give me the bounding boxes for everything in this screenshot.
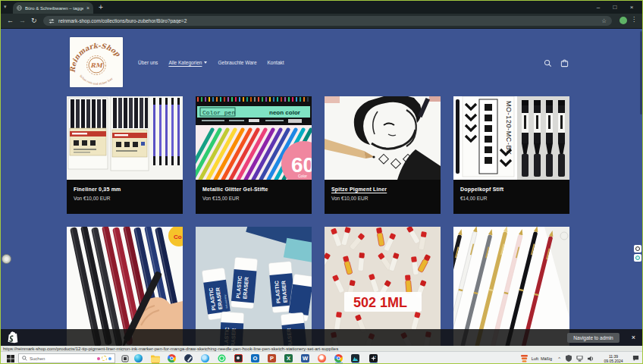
- svg-text:Co: Co: [174, 234, 182, 240]
- clock-date: 09.05.2024: [599, 359, 628, 363]
- shop-logo[interactable]: Reinmark-Shop RM Schau rein und stöber h…: [70, 37, 123, 87]
- tab-close-icon[interactable]: ×: [86, 5, 89, 11]
- taskbar-app-edge[interactable]: [133, 353, 143, 363]
- blue-browser-icon: [201, 354, 209, 362]
- product-title[interactable]: Spitze Pigment Liner: [331, 187, 434, 192]
- chrome-icon: [334, 354, 343, 362]
- product-image-doppelkopf[interactable]: MO-120-MC-BK: [453, 96, 569, 180]
- browser-titlebar: ▾ Büro & Schreibwaren – tagged × + – □ ×: [0, 0, 643, 14]
- taskbar-app-outlook[interactable]: O: [250, 353, 260, 363]
- product-title[interactable]: Fineliner 0,35 mm: [74, 187, 176, 192]
- taskbar-search-box[interactable]: [18, 353, 115, 363]
- edge-icon: [134, 354, 143, 362]
- product-caption: Metallic Glitter Gel-Stifte Von €15,00 E…: [196, 180, 312, 214]
- taskbar-app-excel[interactable]: X: [284, 353, 293, 363]
- extension-widget-2[interactable]: [634, 254, 641, 262]
- nav-alle-kategorien[interactable]: Alle Kategorien: [168, 60, 207, 65]
- taskbar-app-chrome[interactable]: [167, 353, 177, 363]
- search-input[interactable]: [30, 356, 75, 361]
- taskbar-app-powerpoint[interactable]: P: [267, 353, 277, 363]
- address-bar[interactable]: reinmark-shop.com/collections/buro-zubeh…: [43, 16, 612, 26]
- url-text[interactable]: reinmark-shop.com/collections/buro-zubeh…: [58, 18, 598, 24]
- site-settings-tune-icon[interactable]: [49, 18, 55, 24]
- air-quality-label[interactable]: Luft: Mäßig: [532, 356, 553, 361]
- new-tab-button[interactable]: +: [99, 2, 103, 12]
- product-price: Von €10,00 EUR: [331, 196, 434, 201]
- red-app-icon: [318, 354, 326, 362]
- reload-icon[interactable]: ↻: [31, 17, 37, 25]
- product-card-fineliner[interactable]: Fineliner 0,35 mm Von €10,00 EUR: [67, 96, 183, 214]
- search-icon[interactable]: [544, 59, 552, 67]
- window-close-button[interactable]: ×: [623, 4, 640, 11]
- window-minimize-button[interactable]: –: [590, 4, 607, 11]
- browser-menu-icon[interactable]: ⋮: [631, 16, 637, 23]
- tab-search-icon[interactable]: ▾: [4, 3, 7, 11]
- powerpoint-icon: P: [268, 354, 276, 362]
- nav-kontakt[interactable]: Kontakt: [268, 60, 284, 65]
- product-caption: Fineliner 0,35 mm Von €10,00 EUR: [67, 180, 183, 214]
- nav-gebrauchte-ware[interactable]: Gebrauchte Ware: [218, 60, 256, 65]
- svg-text:RM: RM: [90, 61, 103, 69]
- start-button[interactable]: [5, 353, 15, 363]
- screen: ▾ Büro & Schreibwaren – tagged × + – □ ×…: [0, 0, 643, 364]
- profile-avatar[interactable]: [619, 17, 627, 24]
- forward-icon[interactable]: →: [19, 17, 26, 25]
- taskbar-app-word[interactable]: W: [300, 353, 310, 363]
- admin-bar-close-icon[interactable]: ×: [632, 334, 635, 341]
- product-image-gel-stifte[interactable]: Color pen neon color 60 Color: [196, 96, 312, 180]
- product-image-pigment-liner[interactable]: [325, 96, 441, 180]
- taskbar-app-media[interactable]: [350, 353, 360, 363]
- taskbar-app-compass-browser[interactable]: [183, 353, 193, 363]
- cart-icon[interactable]: [560, 59, 569, 67]
- taskbar-app-chrome-2[interactable]: [334, 353, 343, 363]
- open-indicator: [352, 362, 359, 364]
- extension-widget-1[interactable]: [634, 245, 641, 253]
- outlook-icon: O: [251, 354, 259, 362]
- taskbar-app-snip-tool[interactable]: [234, 353, 243, 363]
- speaker-icon[interactable]: [588, 356, 594, 362]
- shopify-admin-bar: Navigate to admin ×: [0, 329, 643, 346]
- bookmark-star-icon[interactable]: ☆: [601, 17, 607, 24]
- taskbar-app-whatsapp[interactable]: [217, 353, 227, 363]
- taskbar: O P X W Luft: Mäßig ^: [0, 351, 643, 364]
- file-explorer-icon: [151, 355, 160, 362]
- product-card-doppelkopf[interactable]: MO-120-MC-BK Doppelkopf Stift €14,00 EUR: [453, 96, 569, 214]
- compass-icon: [184, 354, 193, 362]
- page-viewport: Reinmark-Shop RM Schau rein und stöber h…: [0, 28, 643, 351]
- product-card-gel-stifte[interactable]: Color pen neon color 60 Color: [196, 96, 312, 214]
- taskbar-app-explorer[interactable]: [150, 353, 160, 363]
- product-price: Von €10,00 EUR: [74, 196, 176, 201]
- product-image-fineliner[interactable]: [67, 96, 183, 180]
- product-caption: Doppelkopf Stift €14,00 EUR: [453, 180, 569, 214]
- shopify-logo-icon: [8, 331, 19, 344]
- search-icon: [22, 356, 27, 361]
- whatsapp-icon: [218, 354, 226, 362]
- product-title[interactable]: Metallic Glitter Gel-Stifte: [202, 187, 305, 192]
- air-quality-icon: [521, 355, 528, 362]
- open-indicator: [370, 362, 378, 364]
- window-maximize-button[interactable]: □: [607, 4, 623, 11]
- svg-text:Color pen: Color pen: [202, 109, 235, 116]
- product-title[interactable]: Doppelkopf Stift: [460, 187, 563, 192]
- taskbar-app-office-red[interactable]: [317, 353, 327, 363]
- browser-tab[interactable]: Büro & Schreibwaren – tagged ×: [13, 2, 93, 14]
- notification-center-icon[interactable]: [632, 355, 639, 362]
- product-card-pigment-liner[interactable]: Spitze Pigment Liner Von €10,00 EUR: [325, 96, 441, 214]
- record-icon: [635, 246, 640, 251]
- clock[interactable]: 11:39 09.05.2024: [599, 354, 628, 363]
- task-view-button[interactable]: [120, 353, 130, 363]
- back-icon[interactable]: ←: [7, 17, 14, 25]
- taskbar-app-sparkle[interactable]: [369, 353, 378, 363]
- accessibility-widget[interactable]: [2, 254, 11, 264]
- tray-expand-chevron[interactable]: ^: [558, 356, 560, 361]
- svg-text:Color: Color: [298, 174, 307, 178]
- scrollbar-thumb[interactable]: [640, 31, 642, 115]
- taskbar-app-blue-browser[interactable]: [200, 353, 210, 363]
- shop-logo-image: Reinmark-Shop RM Schau rein und stöber h…: [70, 37, 123, 87]
- open-indicator: [152, 362, 159, 364]
- network-icon[interactable]: [576, 356, 583, 362]
- navigate-to-admin-button[interactable]: Navigate to admin: [567, 333, 619, 343]
- snip-tool-icon: [234, 354, 243, 362]
- shield-icon[interactable]: [566, 355, 572, 362]
- nav-ueber-uns[interactable]: Über uns: [138, 60, 158, 65]
